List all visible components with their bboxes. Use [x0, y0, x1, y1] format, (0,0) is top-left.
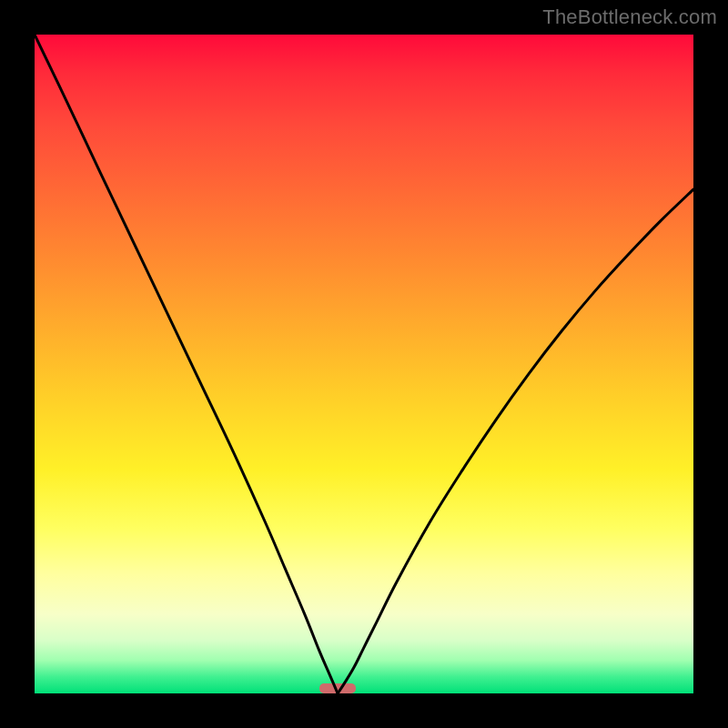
watermark-text: TheBottleneck.com	[542, 5, 717, 29]
plot-area	[35, 35, 693, 693]
chart-frame: TheBottleneck.com	[0, 0, 728, 728]
right-curve	[338, 189, 693, 693]
left-curve	[35, 35, 338, 693]
curve-layer	[35, 35, 693, 693]
